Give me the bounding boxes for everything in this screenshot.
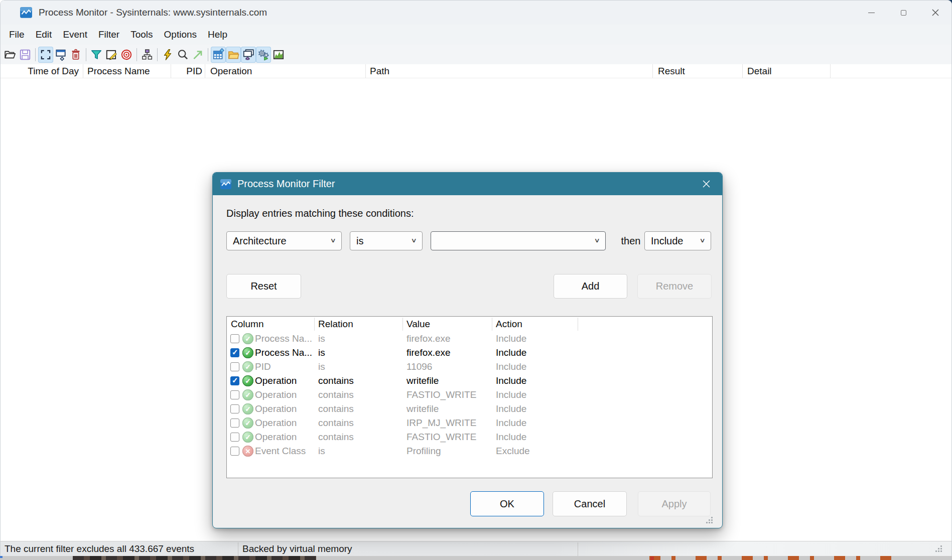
dialog-resize-grip[interactable] (711, 517, 719, 525)
row-relation: contains (318, 430, 354, 444)
column-header-detail[interactable]: Detail (743, 64, 831, 78)
include-icon (242, 417, 253, 429)
cancel-button[interactable]: Cancel (553, 491, 627, 516)
menu-filter[interactable]: Filter (93, 27, 125, 42)
open-icon[interactable] (3, 47, 18, 63)
toolbar-separator (86, 48, 86, 61)
window-title: Process Monitor - Sysinternals: www.sysi… (39, 7, 267, 18)
filter-header-column[interactable]: Column (231, 317, 263, 332)
row-checkbox[interactable] (230, 418, 239, 428)
column-header-process-name[interactable]: Process Name (83, 64, 171, 78)
maximize-button[interactable] (887, 1, 919, 25)
row-checkbox[interactable] (230, 390, 239, 399)
menu-tools[interactable]: Tools (125, 27, 158, 42)
dialog-close-icon[interactable] (695, 173, 717, 195)
filter-list: Column Relation Value Action Process Na.… (226, 316, 713, 478)
lightning-bolt-icon[interactable] (160, 47, 175, 63)
filter-icon[interactable] (89, 47, 104, 63)
row-relation: contains (318, 402, 354, 416)
menu-edit[interactable]: Edit (30, 27, 58, 42)
filter-row[interactable]: Event ClassisProfilingExclude (227, 444, 712, 458)
highlight-icon[interactable] (104, 47, 119, 63)
toolbar-separator (137, 48, 137, 61)
filter-row[interactable]: Process Na...isfirefox.exeInclude (227, 332, 712, 346)
process-tree-icon[interactable] (140, 47, 155, 63)
row-value: firefox.exe (406, 346, 451, 360)
include-icon (242, 389, 253, 400)
condition-column-select[interactable]: Architecture ∨ (226, 231, 342, 250)
show-profiling-events-icon[interactable] (271, 47, 286, 63)
menu-bar: File Edit Event Filter Tools Options Hel… (1, 25, 951, 45)
titlebar[interactable]: Process Monitor - Sysinternals: www.sysi… (1, 1, 951, 25)
filter-row[interactable]: OperationcontainsFASTIO_WRITEInclude (227, 388, 712, 402)
condition-relation-select[interactable]: is ∨ (350, 231, 423, 250)
row-value: 11096 (406, 360, 432, 374)
ok-button[interactable]: OK (470, 491, 544, 516)
row-column: Operation (255, 374, 297, 388)
chevron-down-icon: ∨ (700, 236, 706, 244)
filter-header-value[interactable]: Value (406, 317, 430, 332)
window-resize-grip[interactable] (940, 545, 948, 553)
filter-row[interactable]: Process Na...isfirefox.exeInclude (227, 346, 712, 360)
row-checkbox[interactable] (230, 362, 239, 371)
show-process-and-thread-activity-icon[interactable] (256, 47, 271, 63)
clear-icon[interactable] (68, 47, 83, 63)
column-header-time-of-day[interactable]: Time of Day (1, 64, 83, 78)
filter-row[interactable]: PIDis11096Include (227, 360, 712, 374)
include-icon (242, 403, 253, 414)
row-checkbox[interactable] (230, 447, 239, 456)
include-icon (242, 375, 253, 386)
filter-header-action[interactable]: Action (496, 317, 522, 332)
column-header-operation[interactable]: Operation (205, 64, 366, 78)
find-icon[interactable] (175, 47, 190, 63)
add-button[interactable]: Add (554, 274, 627, 299)
column-header-pid[interactable]: PID (171, 64, 205, 78)
menu-file[interactable]: File (4, 27, 30, 42)
jump-to-icon[interactable] (190, 47, 205, 63)
show-network-activity-icon[interactable] (241, 47, 256, 63)
show-registry-activity-icon[interactable] (211, 47, 226, 63)
row-checkbox[interactable] (230, 334, 239, 343)
background-image-fragment (73, 556, 316, 560)
row-relation: contains (318, 388, 354, 402)
exclude-icon (242, 446, 253, 457)
menu-help[interactable]: Help (202, 27, 233, 42)
capture-icon[interactable] (38, 47, 53, 63)
filter-row[interactable]: OperationcontainsIRP_MJ_WRITEInclude (227, 416, 712, 430)
condition-value-combobox[interactable]: ∨ (431, 231, 606, 250)
filter-row[interactable]: OperationcontainswritefileInclude (227, 402, 712, 416)
row-relation: is (318, 444, 325, 458)
condition-action-select[interactable]: Include ∨ (644, 231, 711, 250)
include-process-from-window-icon[interactable] (119, 47, 134, 63)
row-checkbox[interactable] (230, 376, 239, 385)
column-header-result[interactable]: Result (653, 64, 743, 78)
row-checkbox[interactable] (230, 433, 239, 442)
menu-event[interactable]: Event (57, 27, 93, 42)
autoscroll-icon[interactable] (53, 47, 68, 63)
close-button[interactable] (919, 1, 951, 25)
column-header-path[interactable]: Path (366, 64, 653, 78)
filter-row[interactable]: OperationcontainswritefileInclude (227, 374, 712, 388)
dialog-titlebar[interactable]: Process Monitor Filter (213, 173, 722, 195)
background-window-strip (0, 556, 952, 560)
row-checkbox[interactable] (230, 404, 239, 413)
filter-header-relation[interactable]: Relation (318, 317, 353, 332)
menu-options[interactable]: Options (159, 27, 202, 42)
row-value: writefile (406, 402, 439, 416)
minimize-button[interactable] (855, 1, 887, 25)
include-icon (242, 361, 253, 372)
reset-button[interactable]: Reset (226, 274, 301, 299)
row-column: PID (255, 360, 271, 374)
filter-row[interactable]: OperationcontainsFASTIO_WRITEInclude (227, 430, 712, 444)
filter-list-body: Process Na...isfirefox.exeIncludeProcess… (227, 332, 712, 458)
header-divider (402, 318, 403, 331)
save-icon[interactable] (18, 47, 33, 63)
row-column: Operation (255, 416, 297, 430)
row-value: Profiling (406, 444, 441, 458)
row-relation: contains (318, 416, 354, 430)
row-checkbox[interactable] (230, 348, 239, 357)
show-file-system-activity-icon[interactable] (226, 47, 241, 63)
row-column: Operation (255, 388, 297, 402)
status-divider (238, 542, 238, 556)
apply-button: Apply (638, 491, 711, 516)
